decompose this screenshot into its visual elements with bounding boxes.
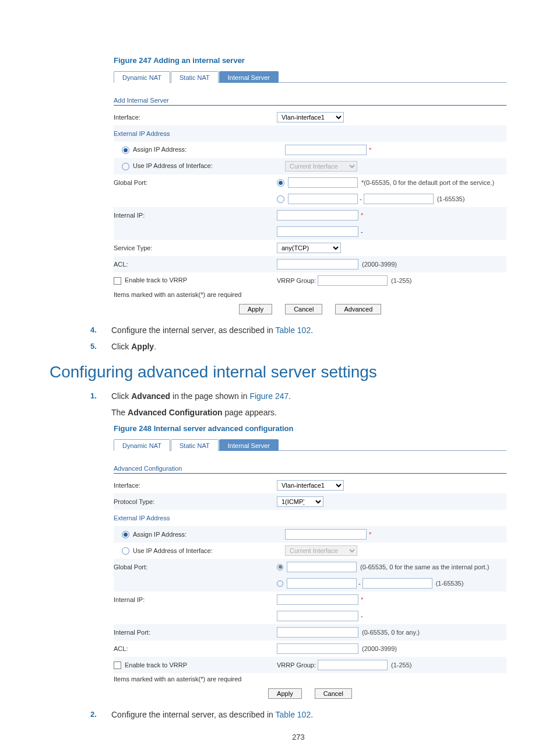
heading-advanced-settings: Configuring advanced internal server set… xyxy=(50,363,506,382)
bold-apply: Apply xyxy=(131,342,154,351)
tab-internal-server[interactable]: Internal Server xyxy=(219,439,279,451)
link-table-102[interactable]: Table 102 xyxy=(275,326,311,335)
label-vrrp-group: VRRP Group: xyxy=(277,662,318,668)
interface-select[interactable]: Vlan-interface1 xyxy=(277,112,344,123)
global-port-input[interactable] xyxy=(287,562,357,572)
use-interface-select: Current Interface xyxy=(285,161,357,172)
required-marker: * xyxy=(361,596,363,603)
required-marker: * xyxy=(369,146,371,153)
tab-static-nat[interactable]: Static NAT xyxy=(171,439,219,451)
cancel-button[interactable]: Cancel xyxy=(315,688,352,699)
label-global-port: Global Port: xyxy=(114,179,277,186)
service-type-select[interactable]: any(TCP) xyxy=(277,243,341,253)
vrrp-group-input[interactable] xyxy=(318,275,388,286)
label-internal-port: Internal Port: xyxy=(114,629,277,636)
document-page: Figure 247 Adding an internal server Dyn… xyxy=(0,0,556,756)
page-number: 273 xyxy=(90,733,506,741)
step-number: 4. xyxy=(90,325,111,337)
use-interface-select: Current Interface xyxy=(285,545,357,556)
enable-vrrp-checkbox[interactable] xyxy=(114,662,121,669)
tab-strip: Dynamic NAT Static NAT Internal Server xyxy=(114,439,506,451)
step-list-1: 4. Configure the internal server, as des… xyxy=(90,325,506,352)
hint-vrrp: (1-255) xyxy=(391,662,411,668)
label-internal-ip: Internal IP: xyxy=(114,596,277,603)
step-number: 2. xyxy=(90,709,111,721)
label-interface: Interface: xyxy=(114,482,277,489)
hint-acl: (2000-3999) xyxy=(362,261,397,268)
enable-vrrp-checkbox[interactable] xyxy=(114,277,121,285)
link-table-102[interactable]: Table 102 xyxy=(275,710,311,719)
figure-247-title: Figure 247 Adding an internal server xyxy=(114,56,506,65)
tab-internal-server[interactable]: Internal Server xyxy=(219,71,279,83)
section-add-internal-server: Add Internal Server xyxy=(114,97,506,104)
step-number: 5. xyxy=(90,341,111,353)
step-list-3: 2. Configure the internal server, as des… xyxy=(90,709,506,721)
global-port-range-to[interactable] xyxy=(364,194,434,204)
step-number: 1. xyxy=(90,391,111,402)
label-external-ip: External IP Address xyxy=(114,514,277,522)
internal-ip-to[interactable] xyxy=(277,611,358,621)
bold-advanced-config: Advanced Configuration xyxy=(128,408,223,417)
internal-ip-from[interactable] xyxy=(277,594,358,605)
label-enable-vrrp: Enable track to VRRP xyxy=(114,662,277,670)
radio-global-port-single[interactable] xyxy=(277,564,283,570)
hint-acl: (2000-3999) xyxy=(362,645,397,652)
internal-port-input[interactable] xyxy=(277,627,358,638)
label-protocol-type: Protocol Type: xyxy=(114,498,277,505)
hint-global-port: (0-65535, 0 for the same as the internal… xyxy=(360,564,489,570)
assign-ip-input[interactable] xyxy=(285,145,367,155)
label-vrrp-group: VRRP Group: xyxy=(277,277,318,284)
label-use-if: Use IP Address of Interface: xyxy=(114,162,285,170)
label-acl: ACL: xyxy=(114,261,277,268)
label-interface: Interface: xyxy=(114,114,277,121)
radio-global-port-range[interactable] xyxy=(277,195,284,203)
radio-global-port-single[interactable] xyxy=(277,179,284,187)
hint-global-port-range: (1-65535) xyxy=(437,195,465,202)
hint-internal-port: (0-65535, 0 for any.) xyxy=(362,629,420,636)
radio-global-port-range[interactable] xyxy=(277,580,283,587)
label-global-port: Global Port: xyxy=(114,564,277,570)
link-figure-247[interactable]: Figure 247 xyxy=(249,391,288,401)
required-marker: * xyxy=(369,531,371,538)
apply-button[interactable]: Apply xyxy=(268,688,302,699)
label-assign-ip: Assign IP Address: xyxy=(114,146,285,154)
label-assign-ip: Assign IP Address: xyxy=(114,531,285,539)
global-port-input[interactable] xyxy=(288,177,358,188)
step-list-2: 1. Click Advanced in the page shown in F… xyxy=(90,391,506,402)
apply-button[interactable]: Apply xyxy=(239,304,273,314)
required-note: Items marked with an asterisk(*) are req… xyxy=(114,673,506,682)
hint-global-port-range: (1-65535) xyxy=(436,580,464,587)
figure-248-panel: Dynamic NAT Static NAT Internal Server A… xyxy=(114,439,506,700)
global-port-range-from[interactable] xyxy=(287,578,357,589)
radio-assign-ip[interactable] xyxy=(122,146,129,154)
figure-247-panel: Dynamic NAT Static NAT Internal Server A… xyxy=(114,71,506,316)
label-acl: ACL: xyxy=(114,645,277,652)
interface-select[interactable]: Vlan-interface1 xyxy=(277,480,344,491)
cancel-button[interactable]: Cancel xyxy=(285,304,322,314)
label-internal-ip: Internal IP: xyxy=(114,212,277,219)
vrrp-group-input[interactable] xyxy=(318,660,388,670)
acl-input[interactable] xyxy=(277,259,358,270)
tab-static-nat[interactable]: Static NAT xyxy=(171,71,219,83)
radio-use-interface-ip[interactable] xyxy=(122,547,129,555)
hint-vrrp: (1-255) xyxy=(391,277,411,284)
global-port-range-to[interactable] xyxy=(363,578,432,589)
advanced-button[interactable]: Advanced xyxy=(335,304,381,314)
tab-dynamic-nat[interactable]: Dynamic NAT xyxy=(114,439,170,451)
internal-ip-to[interactable] xyxy=(277,226,358,237)
radio-use-interface-ip[interactable] xyxy=(122,163,129,170)
internal-ip-from[interactable] xyxy=(277,210,358,220)
label-use-if: Use IP Address of Interface: xyxy=(114,547,285,555)
label-external-ip: External IP Address xyxy=(114,130,277,137)
label-service-type: Service Type: xyxy=(114,244,277,251)
section-advanced-config: Advanced Configuration xyxy=(114,465,506,472)
required-note: Items marked with an asterisk(*) are req… xyxy=(114,289,506,298)
tab-dynamic-nat[interactable]: Dynamic NAT xyxy=(114,71,170,83)
global-port-range-from[interactable] xyxy=(288,194,358,204)
radio-assign-ip[interactable] xyxy=(122,531,129,538)
label-enable-vrrp: Enable track to VRRP xyxy=(114,276,277,285)
figure-248-title: Figure 248 Internal server advanced conf… xyxy=(114,424,506,433)
assign-ip-input[interactable] xyxy=(285,529,367,540)
acl-input[interactable] xyxy=(277,643,358,654)
protocol-select[interactable]: 1(ICMP) xyxy=(277,496,323,507)
